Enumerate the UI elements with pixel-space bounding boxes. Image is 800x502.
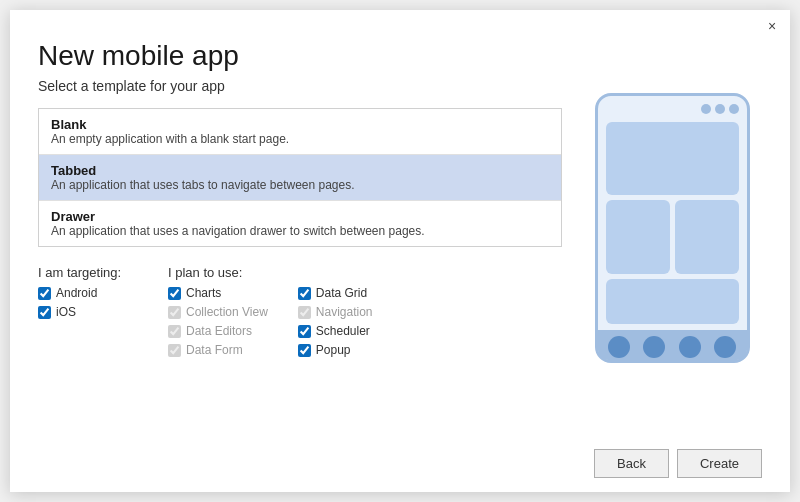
data-grid-checkbox[interactable] — [298, 287, 311, 300]
phone-dot-3 — [729, 104, 739, 114]
phone-top-bar — [606, 104, 739, 116]
phone-nav-dot-3 — [679, 336, 701, 358]
navigation-checkbox — [298, 306, 311, 319]
popup-label: Popup — [316, 343, 351, 357]
use-col-1: I plan to use: Charts Collection View Da… — [168, 265, 268, 362]
phone-screen — [606, 122, 739, 324]
left-panel: New mobile app Select a template for you… — [38, 36, 582, 439]
template-name: Tabbed — [51, 163, 549, 178]
template-item-drawer[interactable]: Drawer An application that uses a naviga… — [39, 201, 561, 246]
template-name: Drawer — [51, 209, 549, 224]
right-panel — [582, 36, 762, 439]
data-form-label: Data Form — [186, 343, 243, 357]
use-data-form: Data Form — [168, 343, 268, 357]
template-item-tabbed[interactable]: Tabbed An application that uses tabs to … — [39, 155, 561, 201]
template-desc: An empty application with a blank start … — [51, 132, 549, 146]
use-data-editors: Data Editors — [168, 324, 268, 338]
close-button[interactable]: × — [762, 16, 782, 36]
dialog-content: New mobile app Select a template for you… — [10, 36, 790, 439]
scheduler-checkbox[interactable] — [298, 325, 311, 338]
targeting-ios[interactable]: iOS — [38, 305, 168, 319]
navigation-label: Navigation — [316, 305, 373, 319]
back-button[interactable]: Back — [594, 449, 669, 478]
phone-dot-2 — [715, 104, 725, 114]
use-header: I plan to use: — [168, 265, 268, 280]
dialog-title: New mobile app — [38, 40, 562, 72]
phone-mockup — [595, 93, 750, 363]
use-columns: I plan to use: Charts Collection View Da… — [168, 265, 373, 362]
android-checkbox[interactable] — [38, 287, 51, 300]
popup-checkbox[interactable] — [298, 344, 311, 357]
data-form-checkbox — [168, 344, 181, 357]
phone-bottom-bar — [598, 330, 747, 360]
phone-block-mid-left — [606, 200, 670, 274]
phone-dot-1 — [701, 104, 711, 114]
use-charts[interactable]: Charts — [168, 286, 268, 300]
use-popup[interactable]: Popup — [298, 343, 373, 357]
dialog-footer: Back Create — [10, 439, 790, 492]
template-desc: An application that uses tabs to navigat… — [51, 178, 549, 192]
ios-checkbox[interactable] — [38, 306, 51, 319]
collection-view-checkbox — [168, 306, 181, 319]
use-collection-view: Collection View — [168, 305, 268, 319]
use-col-2: Data Grid Navigation Scheduler Popu — [298, 265, 373, 362]
data-grid-label: Data Grid — [316, 286, 367, 300]
targeting-android[interactable]: Android — [38, 286, 168, 300]
new-mobile-app-dialog: × New mobile app Select a template for y… — [10, 10, 790, 492]
targeting-header: I am targeting: — [38, 265, 168, 280]
phone-nav-dot-2 — [643, 336, 665, 358]
ios-label: iOS — [56, 305, 76, 319]
phone-block-bottom — [606, 279, 739, 323]
use-header-spacer — [298, 265, 373, 280]
template-name: Blank — [51, 117, 549, 132]
phone-block-mid-right — [675, 200, 739, 274]
title-bar: × — [10, 10, 790, 36]
template-desc: An application that uses a navigation dr… — [51, 224, 549, 238]
phone-nav-dot-4 — [714, 336, 736, 358]
collection-view-label: Collection View — [186, 305, 268, 319]
use-scheduler[interactable]: Scheduler — [298, 324, 373, 338]
template-list: Blank An empty application with a blank … — [38, 108, 562, 247]
scheduler-label: Scheduler — [316, 324, 370, 338]
android-label: Android — [56, 286, 97, 300]
use-data-grid[interactable]: Data Grid — [298, 286, 373, 300]
phone-block-top-left — [606, 122, 739, 196]
data-editors-checkbox — [168, 325, 181, 338]
use-navigation: Navigation — [298, 305, 373, 319]
create-button[interactable]: Create — [677, 449, 762, 478]
data-editors-label: Data Editors — [186, 324, 252, 338]
charts-checkbox[interactable] — [168, 287, 181, 300]
targeting-column: I am targeting: Android iOS — [38, 265, 168, 362]
template-item-blank[interactable]: Blank An empty application with a blank … — [39, 109, 561, 155]
dialog-subtitle: Select a template for your app — [38, 78, 562, 94]
options-row: I am targeting: Android iOS I plan to us… — [38, 265, 562, 362]
charts-label: Charts — [186, 286, 221, 300]
phone-nav-dot-1 — [608, 336, 630, 358]
